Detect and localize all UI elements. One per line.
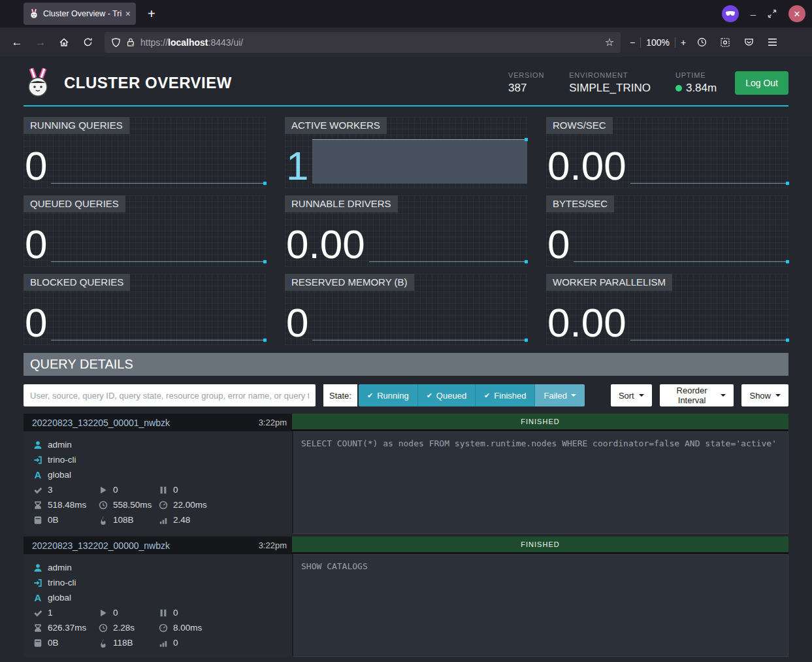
- sparkline: [369, 211, 527, 262]
- state-filter-group: State: ✔ Running ✔ Queued ✔ Finished Fai…: [323, 384, 585, 406]
- state-running-button[interactable]: ✔ Running: [359, 384, 417, 406]
- history-clock-icon[interactable]: [691, 32, 712, 53]
- user-icon: [33, 563, 42, 572]
- tab-title: Cluster Overview - Trino: [43, 9, 122, 18]
- version-info: VERSION 387: [508, 71, 544, 95]
- show-dropdown[interactable]: Show: [741, 384, 788, 406]
- zoom-out-button[interactable]: −: [630, 37, 635, 48]
- query-info-panel: admin trino-cli A global 3 0: [24, 431, 292, 534]
- menu-icon[interactable]: [762, 32, 783, 53]
- sparkline: [312, 133, 527, 184]
- stat-card-rows-sec: ROWS/SEC 0.00: [546, 117, 788, 188]
- new-tab-button[interactable]: +: [148, 7, 155, 22]
- status-dot: [675, 85, 682, 91]
- screenshot-icon[interactable]: [715, 32, 736, 53]
- current-memory: 0B: [48, 515, 59, 525]
- gauge-icon: [159, 501, 168, 510]
- uptime-label: UPTIME: [675, 71, 717, 79]
- browser-tab[interactable]: Cluster Overview - Trino ×: [24, 3, 136, 25]
- stat-label: RUNNABLE DRIVERS: [285, 195, 398, 212]
- memory-icon: [33, 516, 42, 525]
- query-id-link[interactable]: 20220823_132205_00001_nwbzk: [32, 418, 259, 428]
- parallelism-icon: [159, 516, 168, 525]
- sparkline: [630, 290, 788, 340]
- zoom-in-button[interactable]: +: [681, 37, 686, 48]
- query-user: admin: [48, 440, 72, 450]
- elapsed-time: 2.28s: [113, 623, 135, 633]
- query-time: 3:22pm: [259, 418, 287, 427]
- navigation-toolbar: ← → https://localhost:8443/ui/: [0, 27, 812, 57]
- restore-button[interactable]: [768, 9, 777, 18]
- source-icon: [33, 578, 42, 588]
- state-failed-dropdown[interactable]: Failed: [534, 384, 584, 406]
- gauge-icon: [159, 623, 168, 633]
- query-status-badge: FINISHED: [292, 537, 788, 554]
- parallelism: 0: [173, 638, 178, 648]
- tab-bar: Cluster Overview - Trino × + – ✕: [0, 0, 812, 27]
- parallelism: 2.48: [173, 515, 190, 525]
- stat-label: BYTES/SEC: [546, 195, 614, 212]
- private-browsing-icon: [722, 5, 739, 22]
- query-id-link[interactable]: 20220823_132202_00000_nwbzk: [32, 540, 259, 551]
- sparkline: [51, 211, 266, 262]
- sort-dropdown[interactable]: Sort: [611, 384, 652, 406]
- environment-label: ENVIRONMENT: [569, 71, 651, 79]
- state-finished-button[interactable]: ✔ Finished: [475, 384, 534, 406]
- search-input[interactable]: [24, 384, 316, 406]
- queued-splits: 0: [173, 485, 178, 495]
- running-splits: 0: [113, 608, 118, 618]
- check-icon: [33, 486, 42, 495]
- query-source: trino-cli: [48, 578, 76, 588]
- stat-value: 0: [285, 304, 312, 345]
- forward-icon[interactable]: →: [30, 32, 51, 53]
- app-header: CLUSTER OVERVIEW VERSION 387 ENVIRONMENT…: [24, 57, 788, 107]
- trino-cluster-overview-page: CLUSTER OVERVIEW VERSION 387 ENVIRONMENT…: [0, 57, 812, 662]
- sparkline: [51, 133, 266, 184]
- check-icon: ✔: [484, 391, 490, 400]
- bookmark-star-icon[interactable]: ☆: [605, 36, 614, 48]
- state-label: State:: [323, 384, 357, 406]
- stat-label: RUNNING QUERIES: [24, 117, 129, 134]
- clock-icon: [99, 623, 108, 633]
- cumulative-memory: 118B: [113, 638, 133, 648]
- browser-window: Cluster Overview - Trino × + – ✕ ← →: [0, 0, 812, 662]
- stat-value: 1: [285, 147, 312, 188]
- query-row: 20220823_132202_00000_nwbzk 3:22pm FINIS…: [24, 537, 788, 657]
- page-title: CLUSTER OVERVIEW: [64, 74, 508, 92]
- zoom-level[interactable]: 100%: [646, 37, 670, 48]
- close-button[interactable]: ✕: [788, 5, 805, 22]
- lock-icon[interactable]: [126, 37, 135, 47]
- reorder-interval-dropdown[interactable]: Reorder Interval: [660, 384, 734, 406]
- completed-splits: 1: [48, 608, 53, 618]
- pocket-icon[interactable]: [738, 32, 759, 53]
- version-value: 387: [508, 82, 544, 95]
- query-sql-text: SHOW CATALOGS: [292, 554, 788, 657]
- state-queued-button[interactable]: ✔ Queued: [417, 384, 475, 406]
- chevron-down-icon: [721, 394, 726, 397]
- query-sql-text: SELECT COUNT(*) as nodes FROM system.run…: [292, 431, 788, 534]
- wall-time: 518.48ms: [48, 500, 86, 510]
- stat-label: BLOCKED QUERIES: [24, 274, 130, 291]
- trino-favicon: [29, 8, 39, 19]
- home-icon[interactable]: [54, 32, 74, 53]
- url-text[interactable]: https://localhost:8443/ui/: [140, 37, 600, 48]
- tab-close-icon[interactable]: ×: [125, 8, 131, 19]
- hourglass-icon: [33, 623, 42, 633]
- user-icon: [33, 440, 42, 450]
- stat-value: 0: [24, 147, 51, 188]
- stat-label: RESERVED MEMORY (B): [285, 274, 414, 291]
- reload-icon[interactable]: [77, 32, 98, 53]
- shield-icon[interactable]: [111, 37, 121, 48]
- logout-button[interactable]: Log Out: [735, 71, 788, 95]
- minimize-button[interactable]: –: [751, 8, 756, 20]
- back-icon[interactable]: ←: [7, 32, 27, 53]
- chevron-down-icon: [639, 394, 644, 397]
- queued-splits: 0: [173, 608, 178, 618]
- cumulative-memory: 108B: [113, 515, 134, 525]
- clock-icon: [99, 501, 108, 510]
- query-status-badge: FINISHED: [292, 414, 788, 431]
- stat-card-queued-queries: QUEUED QUERIES 0: [24, 195, 266, 267]
- url-bar[interactable]: https://localhost:8443/ui/ ☆: [105, 32, 621, 53]
- query-user: admin: [48, 563, 72, 572]
- stat-value: 0.00: [546, 147, 630, 188]
